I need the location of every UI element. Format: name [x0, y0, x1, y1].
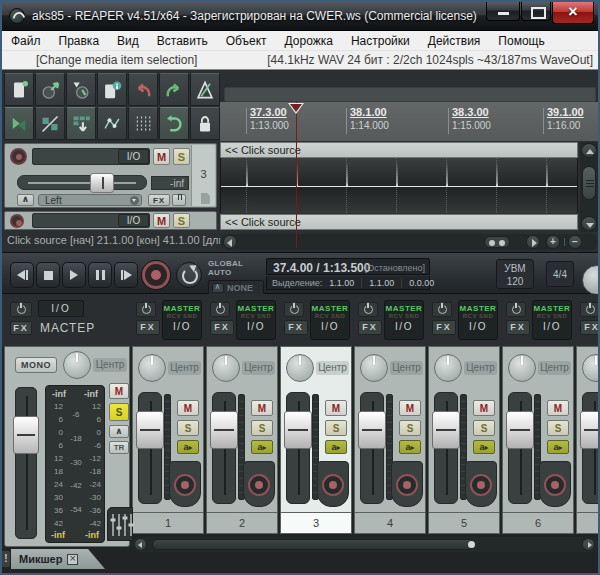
vertical-scrollbar[interactable]: [580, 142, 598, 232]
fader-handle[interactable]: [506, 411, 534, 449]
menu-help[interactable]: Помощь: [489, 31, 553, 51]
horizontal-scrollbar[interactable]: + −: [220, 234, 598, 250]
volume-fader[interactable]: [212, 392, 236, 504]
automation-button[interactable]: a: [473, 440, 495, 454]
record-arm-button[interactable]: [10, 148, 27, 165]
mute-button[interactable]: M: [399, 400, 421, 416]
solo-button[interactable]: S: [325, 420, 347, 436]
pan-knob[interactable]: [582, 354, 598, 382]
channel-number[interactable]: 4: [354, 512, 426, 534]
redo-button[interactable]: [159, 73, 189, 106]
record-arm-button[interactable]: [544, 474, 566, 496]
pan-knob[interactable]: [508, 354, 536, 382]
playrate-knob[interactable]: [582, 265, 600, 295]
media-item-2[interactable]: << Click source: [220, 214, 578, 230]
media-item-label[interactable]: << Click source: [220, 142, 578, 158]
position-display[interactable]: 37.4.00 / 1:13.500 [Остановлено]: [266, 258, 430, 275]
new-project-button[interactable]: [4, 73, 34, 106]
mixer-scroll-left-button[interactable]: [134, 538, 147, 551]
channel-power-button[interactable]: [580, 302, 598, 317]
fader-handle[interactable]: [358, 411, 386, 449]
pan-knob[interactable]: [434, 354, 462, 382]
channel-fx-button[interactable]: FX: [580, 320, 598, 335]
mute-button[interactable]: M: [473, 400, 495, 416]
mute-button[interactable]: M: [177, 400, 199, 416]
mute-button[interactable]: M: [153, 213, 170, 228]
channel-routing-button[interactable]: MASTER RCV SND I/O: [162, 300, 202, 340]
mixer-menu-icon[interactable]: [107, 507, 133, 541]
vertical-scroll-thumb[interactable]: [582, 166, 596, 200]
menu-options[interactable]: Настройки: [342, 31, 419, 51]
record-arm-button[interactable]: [322, 474, 344, 496]
title-bar[interactable]: aks85 - REAPER v4.51/x64 - Зарегистриров…: [2, 2, 598, 31]
solo-button[interactable]: S: [177, 420, 199, 436]
go-to-start-button[interactable]: [10, 262, 34, 288]
automation-button[interactable]: a: [547, 440, 569, 454]
mute-button[interactable]: M: [547, 400, 569, 416]
clip-right[interactable]: -inf: [85, 530, 99, 540]
grid-snap-button[interactable]: [66, 107, 96, 140]
channel-number[interactable]: [576, 512, 598, 534]
scroll-down-button[interactable]: [581, 216, 597, 231]
zoom-in-button[interactable]: +: [546, 235, 560, 249]
timeline-ruler[interactable]: 37.3.001:13.00038.1.001:14.00038.3.001:1…: [220, 102, 598, 142]
time-signature[interactable]: 4/4: [546, 261, 574, 287]
grid-button[interactable]: [128, 107, 158, 140]
project-settings-button[interactable]: [97, 73, 127, 106]
item-grouping-button[interactable]: [4, 107, 34, 140]
stop-button[interactable]: [36, 262, 60, 288]
pause-button[interactable]: [88, 262, 112, 288]
mute-button[interactable]: M: [325, 400, 347, 416]
master-fold-button[interactable]: ∧: [109, 425, 129, 438]
record-arm-button[interactable]: [174, 474, 196, 496]
media-item-label[interactable]: << Click source: [220, 214, 578, 230]
automation-button[interactable]: a: [399, 440, 421, 454]
master-power-button[interactable]: [10, 302, 32, 317]
master-fx-button[interactable]: FX: [10, 321, 32, 335]
mixer-scrollbar[interactable]: [132, 537, 598, 552]
lock-button[interactable]: [190, 107, 220, 140]
record-arm-button[interactable]: [470, 474, 492, 496]
open-project-button[interactable]: [35, 73, 65, 106]
fx-bypass-button[interactable]: [172, 194, 186, 206]
envelope-button[interactable]: [17, 194, 34, 206]
channel-power-button[interactable]: [506, 302, 526, 317]
solo-button[interactable]: S: [173, 148, 190, 165]
channel-routing-button[interactable]: MASTER RCV SND I/O: [384, 300, 424, 340]
selection-start[interactable]: 1.1.00: [322, 278, 362, 288]
channel-routing-button[interactable]: MASTER RCV SND I/O: [310, 300, 350, 340]
channel-routing-button[interactable]: MASTER RCV SND I/O: [458, 300, 498, 340]
master-trim-button[interactable]: TR: [109, 441, 129, 454]
channel-power-button[interactable]: [210, 302, 230, 317]
selection-end[interactable]: 1.1.00: [362, 278, 402, 288]
channel-fx-button[interactable]: FX: [210, 320, 234, 335]
master-fader-handle[interactable]: [13, 416, 39, 454]
fader-handle[interactable]: [136, 411, 164, 449]
volume-fader[interactable]: [508, 392, 532, 504]
master-pan-knob[interactable]: [63, 351, 91, 379]
media-item-1[interactable]: << Click source: [220, 142, 578, 213]
routing-dropdown[interactable]: Left: [38, 194, 142, 206]
volume-fader[interactable]: [360, 392, 384, 504]
close-button[interactable]: [552, 2, 594, 24]
master-volume-fader[interactable]: [15, 387, 37, 539]
mute-button[interactable]: M: [251, 400, 273, 416]
volume-fader[interactable]: [286, 392, 310, 504]
bpm-display[interactable]: УВМ 120: [496, 259, 534, 289]
mono-button[interactable]: MONO: [15, 357, 57, 373]
mixer-scroll-right-button[interactable]: [582, 538, 595, 551]
menu-actions[interactable]: Действия: [419, 31, 490, 51]
record-arm-button[interactable]: [396, 474, 418, 496]
fx-button[interactable]: FX: [148, 194, 170, 206]
loop-points-button[interactable]: [159, 107, 189, 140]
solo-button[interactable]: S: [473, 420, 495, 436]
channel-power-button[interactable]: [136, 302, 156, 317]
menu-track[interactable]: Дорожка: [276, 31, 342, 51]
track-io-button[interactable]: I/O: [118, 149, 149, 164]
close-tab-icon[interactable]: [67, 554, 78, 565]
fader-handle[interactable]: [580, 411, 598, 449]
channel-number[interactable]: 6: [502, 512, 574, 534]
record-arm-button[interactable]: [248, 474, 270, 496]
volume-fader[interactable]: [582, 392, 598, 504]
channel-fx-button[interactable]: FX: [432, 320, 456, 335]
